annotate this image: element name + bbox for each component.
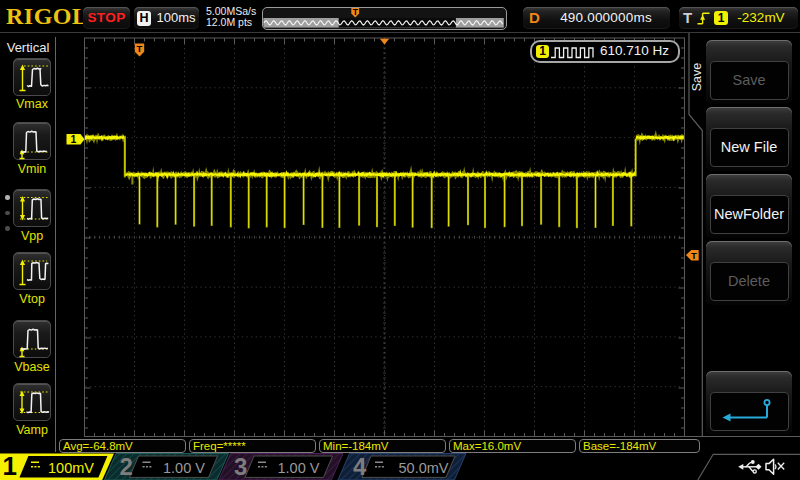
svg-text:50.0mV: 50.0mV <box>399 460 449 476</box>
svg-text:3: 3 <box>234 453 247 480</box>
svg-text:1.00 V: 1.00 V <box>163 460 205 476</box>
svg-text:1: 1 <box>3 451 17 480</box>
svg-text:2: 2 <box>120 453 133 480</box>
svg-text:4: 4 <box>353 453 367 480</box>
svg-text:100mV: 100mV <box>48 460 94 476</box>
svg-text:1.00 V: 1.00 V <box>278 460 320 476</box>
